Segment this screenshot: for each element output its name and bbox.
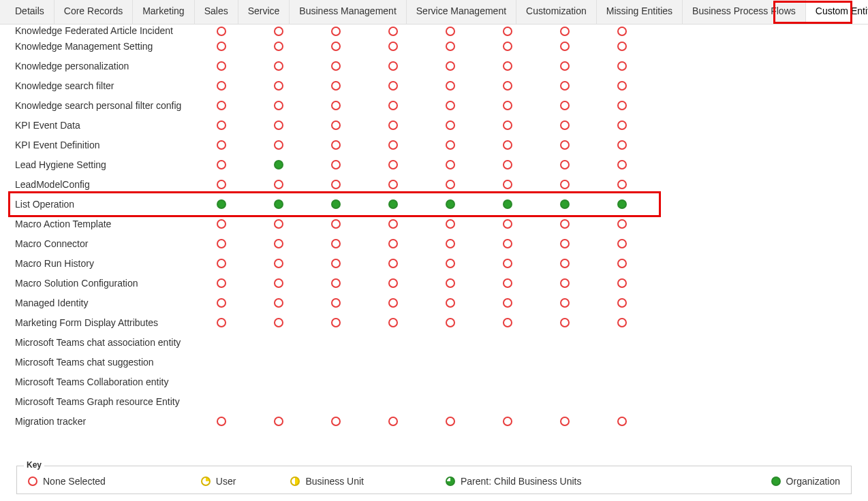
permission-cell[interactable] [612, 298, 669, 308]
permission-cell[interactable] [326, 27, 383, 36]
permission-cell[interactable] [268, 140, 326, 150]
tab-custom-entities[interactable]: Custom Entities [806, 0, 868, 24]
permission-cell[interactable] [383, 160, 440, 169]
tab-business-management[interactable]: Business Management [290, 0, 406, 24]
permission-cell[interactable] [326, 140, 383, 150]
permission-cell[interactable] [612, 239, 669, 248]
permission-cell[interactable] [268, 160, 326, 169]
permission-cell[interactable] [326, 180, 383, 189]
entity-name[interactable]: KPI Event Definition [10, 140, 211, 150]
permission-cell[interactable] [612, 61, 669, 71]
permission-cell[interactable] [383, 61, 440, 71]
permission-cell[interactable] [326, 259, 383, 268]
permission-cell[interactable] [555, 27, 612, 36]
permission-cell[interactable] [497, 160, 555, 169]
permission-cell[interactable] [268, 318, 326, 327]
permission-cell[interactable] [440, 219, 497, 229]
permission-cell[interactable] [211, 239, 268, 248]
permission-cell[interactable] [326, 42, 383, 51]
permission-cell[interactable] [497, 27, 555, 36]
permission-cell[interactable] [211, 199, 268, 209]
permission-cell[interactable] [383, 318, 440, 327]
entity-name[interactable]: Microsoft Teams chat suggestion [10, 357, 211, 368]
permission-cell[interactable] [211, 42, 268, 51]
entity-name[interactable]: Marketing Form Display Attributes [10, 317, 211, 328]
permission-cell[interactable] [555, 298, 612, 308]
permission-cell[interactable] [440, 417, 497, 426]
permission-cell[interactable] [440, 81, 497, 91]
permission-cell[interactable] [383, 42, 440, 51]
entity-name[interactable]: Microsoft Teams chat association entity [10, 337, 211, 348]
permission-cell[interactable] [612, 81, 669, 91]
permission-cell[interactable] [383, 101, 440, 110]
permission-cell[interactable] [497, 278, 555, 288]
permission-cell[interactable] [268, 278, 326, 288]
permission-cell[interactable] [268, 199, 326, 209]
entity-name[interactable]: Knowledge search personal filter config [10, 100, 211, 111]
permission-cell[interactable] [211, 160, 268, 169]
permission-cell[interactable] [211, 417, 268, 426]
permission-cell[interactable] [326, 199, 383, 209]
entity-name[interactable]: List Operation [10, 199, 211, 210]
permission-cell[interactable] [440, 259, 497, 268]
permission-cell[interactable] [497, 219, 555, 229]
tab-customization[interactable]: Customization [516, 0, 597, 24]
permission-cell[interactable] [497, 120, 555, 130]
permission-cell[interactable] [326, 101, 383, 110]
permission-cell[interactable] [268, 101, 326, 110]
permission-cell[interactable] [326, 278, 383, 288]
permission-cell[interactable] [383, 417, 440, 426]
entity-name[interactable]: Macro Run History [10, 258, 211, 269]
permission-cell[interactable] [555, 81, 612, 91]
permission-cell[interactable] [612, 199, 669, 209]
permission-cell[interactable] [383, 239, 440, 248]
tab-sales[interactable]: Sales [195, 0, 238, 24]
permission-cell[interactable] [211, 219, 268, 229]
permission-cell[interactable] [326, 239, 383, 248]
permission-cell[interactable] [268, 417, 326, 426]
permission-cell[interactable] [612, 120, 669, 130]
permission-cell[interactable] [555, 61, 612, 71]
permission-cell[interactable] [440, 239, 497, 248]
permission-cell[interactable] [440, 101, 497, 110]
permission-cell[interactable] [497, 239, 555, 248]
entity-name[interactable]: Macro Connector [10, 238, 211, 249]
permission-cell[interactable] [612, 42, 669, 51]
permission-cell[interactable] [555, 219, 612, 229]
permission-cell[interactable] [440, 278, 497, 288]
entity-name[interactable]: Migration tracker [10, 416, 211, 427]
permission-cell[interactable] [440, 140, 497, 150]
permission-cell[interactable] [211, 278, 268, 288]
permission-cell[interactable] [211, 61, 268, 71]
permission-cell[interactable] [555, 318, 612, 327]
tab-marketing[interactable]: Marketing [133, 0, 194, 24]
permission-cell[interactable] [555, 239, 612, 248]
entity-name[interactable]: Managed Identity [10, 297, 211, 308]
permission-cell[interactable] [555, 160, 612, 169]
permission-cell[interactable] [268, 259, 326, 268]
permission-cell[interactable] [383, 27, 440, 36]
permission-cell[interactable] [555, 101, 612, 110]
permissions-grid-scroll[interactable]: Knowledge Federated Article IncidentKnow… [0, 25, 868, 430]
permission-cell[interactable] [211, 27, 268, 36]
entity-name[interactable]: Knowledge personalization [10, 61, 211, 71]
permission-cell[interactable] [211, 120, 268, 130]
permission-cell[interactable] [440, 318, 497, 327]
permission-cell[interactable] [383, 298, 440, 308]
permission-cell[interactable] [268, 180, 326, 189]
permission-cell[interactable] [497, 81, 555, 91]
entity-name[interactable]: Knowledge Federated Article Incident [10, 25, 211, 36]
permission-cell[interactable] [555, 278, 612, 288]
permission-cell[interactable] [555, 199, 612, 209]
permission-cell[interactable] [555, 120, 612, 130]
entity-name[interactable]: Knowledge Management Setting [10, 41, 211, 52]
permission-cell[interactable] [211, 81, 268, 91]
permission-cell[interactable] [326, 219, 383, 229]
permission-cell[interactable] [383, 180, 440, 189]
tab-missing-entities[interactable]: Missing Entities [597, 0, 683, 24]
entity-name[interactable]: Macro Action Template [10, 219, 211, 229]
permission-cell[interactable] [612, 140, 669, 150]
tab-service[interactable]: Service [238, 0, 290, 24]
permission-cell[interactable] [268, 239, 326, 248]
permission-cell[interactable] [612, 27, 669, 36]
